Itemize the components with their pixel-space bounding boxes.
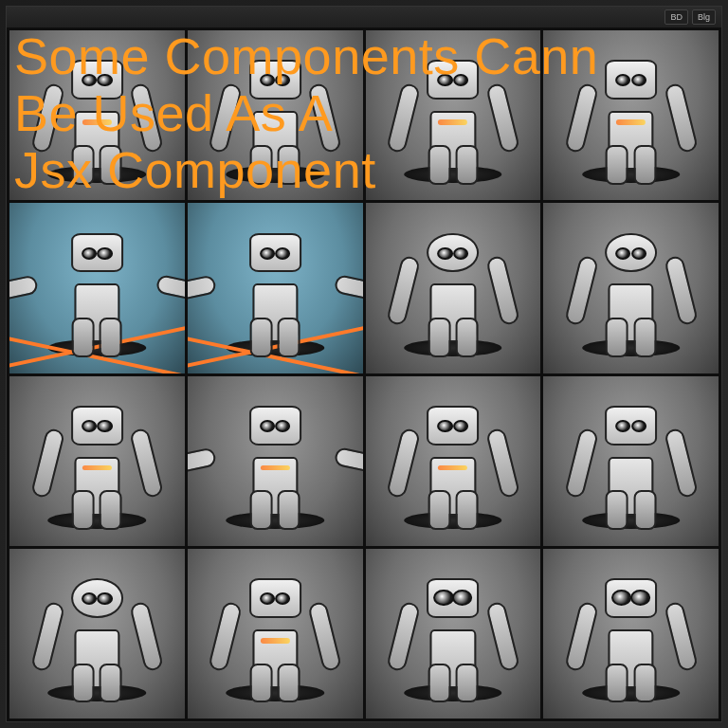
thumbnail-cell[interactable] [543, 203, 719, 373]
thumbnail-cell[interactable] [9, 376, 185, 546]
thumbnail-cell[interactable] [188, 203, 363, 373]
headline-line-2: Be Used As A [14, 84, 714, 141]
robot-leg [72, 318, 95, 357]
thumbnail-cell[interactable] [543, 549, 719, 719]
robot-arm [129, 428, 164, 499]
robot-leg [100, 318, 122, 357]
robot-head [71, 406, 123, 446]
robot-arm [386, 255, 421, 326]
accent-stripe [438, 465, 467, 471]
robot-arm [386, 428, 421, 499]
robot-eye [275, 420, 290, 432]
robot-arm [386, 600, 421, 671]
thumbnail-cell[interactable] [188, 376, 363, 546]
robot-head [605, 233, 657, 273]
robot-arm [30, 600, 65, 671]
robot-arm [129, 600, 164, 671]
accent-stripe [261, 465, 290, 471]
robot-leg [250, 664, 273, 703]
robot-figure [578, 237, 683, 342]
robot-eye [438, 247, 453, 260]
robot-head [427, 578, 479, 618]
robot-arm [564, 428, 599, 499]
headline-line-1: Some Components Cann [14, 27, 714, 84]
robot-leg [250, 490, 273, 530]
robot-arm [485, 600, 520, 671]
robot-eye [97, 592, 112, 605]
thumbnail-cell[interactable] [366, 376, 541, 546]
thumbnail-cell[interactable] [9, 549, 185, 719]
robot-eye [82, 247, 97, 260]
accent-stripe [82, 465, 112, 471]
app-window: BD Blg Some Components Cann Be Used As A… [6, 6, 722, 722]
robot-leg [72, 490, 95, 530]
toolbar-button-2[interactable]: Blg [692, 9, 716, 25]
robot-eye [438, 420, 453, 432]
robot-arm [333, 274, 362, 306]
thumbnail-cell[interactable] [543, 376, 719, 546]
robot-eye [433, 590, 453, 606]
robot-figure [45, 410, 150, 515]
robot-leg [606, 490, 628, 530]
robot-eye [615, 247, 630, 260]
robot-head [605, 406, 657, 446]
robot-arm [333, 447, 362, 480]
robot-eye [260, 592, 275, 605]
robot-arm [209, 600, 244, 671]
robot-eye [615, 420, 630, 432]
headline-line-3: Jsx Component [14, 141, 714, 198]
robot-leg [456, 318, 479, 357]
robot-figure [45, 237, 150, 342]
robot-eye [631, 247, 646, 260]
robot-arm [188, 274, 217, 306]
robot-figure [223, 410, 328, 515]
robot-figure [578, 410, 683, 515]
robot-eye [611, 590, 631, 606]
robot-leg [278, 490, 300, 530]
robot-figure [223, 583, 328, 688]
robot-arm [188, 447, 217, 480]
robot-arm [9, 274, 39, 306]
robot-arm [664, 600, 699, 671]
robot-head [427, 233, 479, 273]
robot-figure [45, 583, 150, 688]
toolbar: BD Blg [7, 7, 721, 27]
robot-eye [453, 420, 468, 432]
robot-head [71, 233, 123, 273]
overlay-headline: Some Components Cann Be Used As A Jsx Co… [14, 27, 714, 198]
robot-leg [428, 490, 450, 530]
robot-eye [452, 590, 472, 606]
robot-eye [631, 420, 646, 432]
accent-stripe [261, 638, 290, 644]
robot-arm [664, 255, 699, 326]
robot-leg [278, 664, 300, 703]
robot-head [249, 578, 301, 618]
robot-leg [428, 664, 450, 703]
robot-arm [485, 428, 520, 499]
robot-leg [633, 664, 656, 703]
robot-arm [307, 600, 342, 671]
robot-figure [400, 237, 505, 342]
robot-leg [456, 490, 479, 530]
robot-arm [564, 600, 599, 671]
robot-leg [100, 664, 122, 703]
robot-arm [485, 255, 520, 326]
robot-eye [260, 420, 275, 432]
toolbar-button-1[interactable]: BD [664, 9, 688, 25]
robot-eye [82, 420, 97, 432]
thumbnail-cell[interactable] [9, 203, 185, 373]
robot-head [427, 406, 479, 446]
robot-leg [456, 664, 479, 703]
robot-arm [155, 274, 185, 306]
robot-arm [30, 428, 65, 499]
thumbnail-cell[interactable] [188, 549, 363, 719]
robot-arm [564, 255, 599, 326]
thumbnail-cell[interactable] [366, 549, 541, 719]
robot-eye [453, 247, 468, 260]
robot-eye [82, 592, 97, 605]
robot-figure [400, 583, 505, 688]
robot-eye [260, 247, 275, 260]
robot-head [71, 578, 123, 618]
robot-figure [578, 583, 683, 688]
thumbnail-cell[interactable] [366, 203, 541, 373]
